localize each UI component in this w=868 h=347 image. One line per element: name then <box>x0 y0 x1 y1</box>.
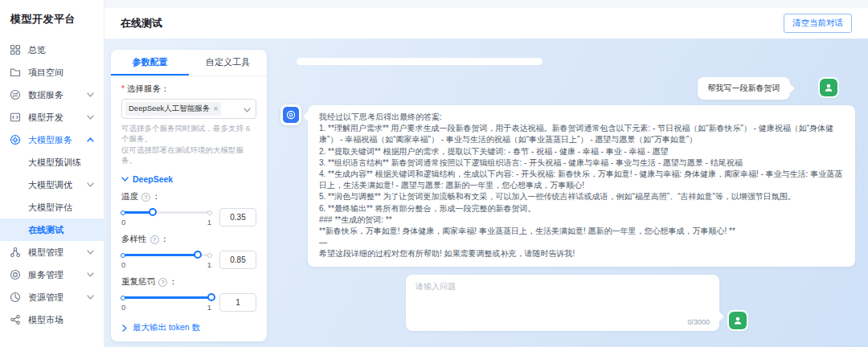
chevron-up-icon <box>87 137 94 143</box>
assistant-avatar-badge <box>283 107 299 123</box>
slider-min: 0 <box>121 218 125 227</box>
chevron-down-icon <box>121 176 129 182</box>
sidebar-item-label: 大模型服务 <box>28 134 72 146</box>
sidebar-item-service-manage[interactable]: 服务管理 <box>0 263 104 286</box>
chevron-down-icon <box>87 114 94 120</box>
assistant-message-bubble: 我经过以下思考后得出最终的答案: 1. **理解用户需求** 用户要求生成一段新… <box>308 105 855 267</box>
slider-handle[interactable] <box>149 208 157 216</box>
chevron-down-icon <box>87 271 94 278</box>
folder-icon <box>10 67 21 78</box>
sidebar-item-online-test[interactable]: 在线测试 <box>0 218 104 241</box>
temperature-input[interactable] <box>219 208 256 227</box>
temperature-slider[interactable] <box>121 208 211 216</box>
sidebar-item-project-space[interactable]: 项目空间 <box>0 61 104 84</box>
assistant-avatar <box>280 104 301 125</box>
slider-max: 1 <box>207 260 211 269</box>
max-tokens-label: 最大输出 token 数 <box>133 322 200 333</box>
sidebar-item-llm-tuning[interactable]: 大模型调优 <box>0 174 104 196</box>
resource-manage-icon <box>10 292 21 303</box>
sidebar-item-resource-manage[interactable]: 资源管理 <box>0 286 104 308</box>
user-message-bubble: 帮我写一段新春贺词 <box>698 77 790 100</box>
sidebar-item-label: 大模型调优 <box>28 179 72 191</box>
model-market-icon <box>10 314 21 325</box>
main-area: 在线测试 清空当前对话 参数配置 自定义工具 选择服务 DeepSeek人工智能… <box>104 0 868 347</box>
slider-max: 1 <box>207 218 211 227</box>
sidebar-item-model-market[interactable]: 模型市场 <box>0 308 104 331</box>
char-counter: 0/3000 <box>687 318 710 326</box>
model-group-label: DeepSeek <box>133 174 173 184</box>
sidebar-item-label: 大模型预训练 <box>28 157 81 169</box>
chevron-down-icon <box>87 182 94 188</box>
chevron-down-icon <box>244 107 251 113</box>
clear-conversation-button[interactable]: 清空当前对话 <box>784 14 852 33</box>
slider-max: 1 <box>207 303 211 312</box>
sidebar-item-label: 数据服务 <box>28 89 63 101</box>
service-select[interactable]: DeepSeek人工智能服务 <box>121 99 256 119</box>
max-tokens-toggle[interactable]: 最大输出 token 数 <box>121 322 256 333</box>
repetition-penalty-input[interactable] <box>219 293 256 312</box>
slider-min: 0 <box>121 260 125 269</box>
diversity-input[interactable] <box>219 251 256 269</box>
sidebar-item-llm-service[interactable]: 大模型服务 <box>0 129 104 151</box>
service-tag-label: DeepSeek人工智能服务 <box>129 104 210 114</box>
tag-close-icon[interactable] <box>213 105 218 113</box>
page-title: 在线测试 <box>121 16 162 31</box>
grid-icon <box>10 44 21 55</box>
diversity-slider[interactable] <box>121 251 211 259</box>
sidebar: 模型开发平台 总览 项目空间 数据服务 模型开发 大模型服务 大模型预训练 <box>0 0 104 347</box>
llm-service-icon <box>10 134 21 145</box>
page-header: 在线测试 清空当前对话 <box>104 8 868 39</box>
person-icon <box>732 315 743 326</box>
sidebar-item-label: 总览 <box>28 44 46 56</box>
sidebar-item-label: 项目空间 <box>28 67 63 79</box>
previous-message-partial <box>297 58 542 65</box>
tab-custom-tools[interactable]: 自定义工具 <box>189 50 267 76</box>
person-icon <box>823 82 834 93</box>
sidebar-item-label: 模型开发 <box>28 112 63 124</box>
sidebar-item-model-manage[interactable]: 模型管理 <box>0 241 104 263</box>
sidebar-item-overview[interactable]: 总览 <box>0 39 104 61</box>
sidebar-item-label: 资源管理 <box>28 292 63 304</box>
chevron-right-icon <box>121 325 128 332</box>
code-icon <box>10 112 21 123</box>
data-service-icon <box>10 89 21 100</box>
chevron-down-icon <box>87 92 94 98</box>
service-manage-icon <box>10 269 21 280</box>
input-user-avatar <box>729 312 747 329</box>
select-service-label: 选择服务 <box>121 84 256 95</box>
question-input[interactable] <box>406 275 719 316</box>
sidebar-item-label: 服务管理 <box>28 269 63 281</box>
service-tag: DeepSeek人工智能服务 <box>125 102 221 116</box>
repetition-penalty-slider[interactable] <box>121 293 211 301</box>
repetition-penalty-label: 重复惩罚 <box>121 276 155 288</box>
slider-min: 0 <box>121 303 125 312</box>
bot-icon <box>285 109 297 120</box>
user-message-text: 帮我写一段新春贺词 <box>708 83 780 94</box>
model-manage-icon <box>10 247 21 258</box>
panel-tabs: 参数配置 自定义工具 <box>111 50 267 76</box>
sidebar-item-data-service[interactable]: 数据服务 <box>0 84 104 106</box>
tab-parameter-config[interactable]: 参数配置 <box>111 50 189 76</box>
help-icon[interactable] <box>158 278 167 287</box>
repetition-penalty-control: 重复惩罚 01 <box>121 276 256 312</box>
model-group-toggle[interactable]: DeepSeek <box>121 174 256 184</box>
sidebar-item-llm-pretrain[interactable]: 大模型预训练 <box>0 151 104 174</box>
diversity-label: 多样性 <box>121 234 147 245</box>
slider-handle[interactable] <box>207 293 215 301</box>
user-avatar <box>820 79 837 96</box>
temperature-label: 温度 <box>121 191 138 202</box>
app-title: 模型开发平台 <box>0 0 104 39</box>
service-hint-line2: 仅可选择部署在测试环境的大模型服务。 <box>121 145 256 165</box>
help-icon[interactable] <box>150 235 159 244</box>
app-root: 模型开发平台 总览 项目空间 数据服务 模型开发 大模型服务 大模型预训练 <box>0 0 868 347</box>
parameter-panel: 参数配置 自定义工具 选择服务 DeepSeek人工智能服务 可选择多个服务同时… <box>111 50 267 341</box>
help-icon[interactable] <box>141 193 150 202</box>
chevron-down-icon <box>87 249 94 255</box>
question-input-container: 0/3000 <box>406 275 719 331</box>
top-strip <box>104 0 868 8</box>
sidebar-item-label: 模型管理 <box>28 247 63 259</box>
sidebar-item-llm-eval[interactable]: 大模型评估 <box>0 196 104 218</box>
slider-handle[interactable] <box>194 251 202 259</box>
sidebar-item-label: 模型市场 <box>28 314 63 326</box>
sidebar-item-model-dev[interactable]: 模型开发 <box>0 106 104 129</box>
